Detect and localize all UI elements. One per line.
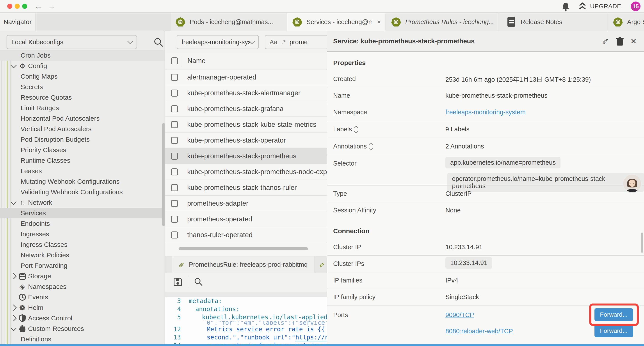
back-arrow-icon[interactable]: ← [35,0,42,13]
tab-services[interactable]: ☸ Services - icecheng@math... × [287,13,385,31]
sidebar-item-mutating-webhook-configurations[interactable]: Mutating Webhook Configurations [0,176,165,187]
row-checkbox[interactable] [171,184,178,191]
table-row-selected[interactable]: kube-prometheus-stack-prometheus [165,148,327,164]
search-icon[interactable] [154,37,164,47]
name-column-header[interactable]: Name [188,57,206,65]
upgrade-label[interactable]: UPGRADE [590,0,621,13]
tab-pods[interactable]: ☸ Pods - icecheng@mathmas... [171,13,287,31]
sidebar-item-cron-jobs[interactable]: Cron Jobs [0,50,165,61]
sidebar-item-runtime-classes[interactable]: Runtime Classes [0,155,165,166]
sidebar-item-services[interactable]: Services [0,208,165,218]
namespace-selector[interactable]: freeleaps-monitoring-system [177,35,259,49]
sidebar-item-resource-quotas[interactable]: Resource Quotas [0,92,165,103]
row-checkbox[interactable] [171,216,178,223]
user-count-badge[interactable]: 15 [631,1,640,11]
filter-search-input[interactable]: Aa .* prome [265,35,327,49]
avatar[interactable] [622,174,642,193]
row-checkbox[interactable] [171,105,178,112]
labels-count[interactable]: 9 Labels [446,126,470,133]
sidebar-item-events[interactable]: Events [0,292,165,303]
sidebar-item-priority-classes[interactable]: Priority Classes [0,145,165,155]
row-checkbox[interactable] [171,74,178,81]
sidebar-item-network-policies[interactable]: Network Policies [0,250,165,260]
editor-search-icon[interactable] [194,277,203,288]
table-row[interactable]: kube-prometheus-stack-alertmanager [165,85,327,101]
tab-release-notes[interactable]: Release Notes [498,13,607,31]
sidebar-group-custom-resources[interactable]: Custom Resources [0,324,165,334]
forward-arrow-icon[interactable]: → [48,0,55,13]
sidebar-item-endpoints[interactable]: Endpoints [0,218,165,229]
forward-button[interactable]: Forward... [594,325,633,337]
table-row[interactable]: kube-prometheus-stack-prometheus-node-ex… [165,164,327,180]
kubeconfig-selector[interactable]: Local Kubeconfigs [6,35,137,49]
port-link-8080[interactable]: 8080:reloader-web/TCP [446,328,513,335]
annotations-count[interactable]: 2 Annotations [446,143,484,150]
sidebar-item-label: Port Forwarding [0,262,67,269]
sidebar-item-validating-webhook-configurations[interactable]: Validating Webhook Configurations [0,187,165,197]
notifications-bell-icon[interactable] [562,2,570,11]
tab-prometheus-rules[interactable]: ☸ Prometheus Rules - icecheng... [385,13,498,31]
navigator-tab[interactable]: Navigator [0,13,36,31]
sidebar-item-secrets[interactable]: Secrets [0,82,165,92]
sidebar-item-namespaces[interactable]: ◈Namespaces [0,281,165,292]
table-row[interactable]: prometheus-adapter [165,196,327,211]
sidebar-item-definitions[interactable]: Definitions [0,334,165,345]
sidebar-item-ingress-classes[interactable]: Ingress Classes [0,239,165,250]
select-all-checkbox[interactable] [171,57,178,64]
namespace-link[interactable]: freeleaps-monitoring-system [446,109,526,116]
sidebar-item-horizontal-pod-autoscalers[interactable]: Horizontal Pod Autoscalers [0,113,165,124]
edit-pencil-icon[interactable]: ✎ [602,37,609,45]
table-row[interactable]: alertmanager-operated [165,69,327,85]
sidebar-item-leases[interactable]: Leases [0,166,165,176]
field-label: Type [333,190,347,197]
row-checkbox[interactable] [171,153,178,160]
row-checkbox[interactable] [171,90,178,97]
service-name: prometheus-adapter [187,200,248,207]
editor-tab-partial[interactable]: ✎ [319,256,327,273]
tab-close-icon[interactable]: × [377,18,381,26]
row-checkbox[interactable] [171,200,178,207]
regex-toggle[interactable]: .* [281,38,286,46]
table-row[interactable]: kube-prometheus-stack-grafana [165,101,327,117]
close-window-button[interactable] [7,4,12,9]
sidebar-group-config[interactable]: ⚙Config [0,61,165,71]
table-row[interactable]: thanos-ruler-operated [165,227,327,243]
zoom-window-button[interactable] [22,4,27,9]
table-row[interactable]: prometheus-operated [165,211,327,227]
table-row[interactable]: kube-prometheus-stack-operator [165,132,327,148]
editor-tab-prometheusrule[interactable]: ✎ PrometheusRule: freeleaps-prod-rabbitm… [172,256,314,273]
sidebar-group-storage[interactable]: Storage [0,271,165,281]
sidebar-group-network[interactable]: ↑↓Network [0,197,165,208]
table-row[interactable]: kube-prometheus-stack-thanos-ruler [165,180,327,196]
sidebar-item-ingresses[interactable]: Ingresses [0,229,165,239]
sidebar-scrollbar[interactable] [162,123,165,226]
runbook-url-link[interactable]: https://net [296,334,327,342]
sidebar-item-pod-disruption-budgets[interactable]: Pod Disruption Budgets [0,134,165,145]
expand-collapse-icon[interactable] [369,143,372,150]
sort-ascending-icon[interactable] [210,59,214,64]
sidebar-item-config-maps[interactable]: Config Maps [0,71,165,82]
sidebar-group-access-control[interactable]: Access Control [0,313,165,324]
sidebar-item-port-forwarding[interactable]: Port Forwarding [0,260,165,271]
detail-scrollbar[interactable] [641,233,643,253]
delete-trash-icon[interactable] [616,37,624,47]
table-row[interactable]: kube-prometheus-stack-kube-state-metrics [165,117,327,132]
scrollbar-thumb[interactable] [179,247,308,250]
row-checkbox[interactable] [171,168,178,175]
port-link-9090[interactable]: 9090/TCP [446,311,474,319]
row-checkbox[interactable] [171,232,178,239]
tab-argo[interactable]: ☸ Argo Se [608,13,644,31]
minimize-window-button[interactable] [15,4,20,9]
close-icon[interactable]: ✕ [630,37,637,45]
horizontal-scrollbar[interactable] [165,246,327,251]
row-checkbox[interactable] [171,121,178,128]
row-checkbox[interactable] [171,137,178,144]
sidebar-group-helm[interactable]: ☸Helm [0,303,165,313]
sidebar-item-vertical-pod-autoscalers[interactable]: Vertical Pod Autoscalers [0,124,165,134]
upgrade-chevrons-icon[interactable] [578,2,587,11]
save-icon[interactable] [173,277,183,288]
match-case-toggle[interactable]: Aa [270,38,277,46]
yaml-editor[interactable]: 3metadata: 4annotations: 5kubectl.kubern… [165,297,327,344]
sidebar-item-limit-ranges[interactable]: Limit Ranges [0,103,165,113]
expand-collapse-icon[interactable] [354,126,357,133]
